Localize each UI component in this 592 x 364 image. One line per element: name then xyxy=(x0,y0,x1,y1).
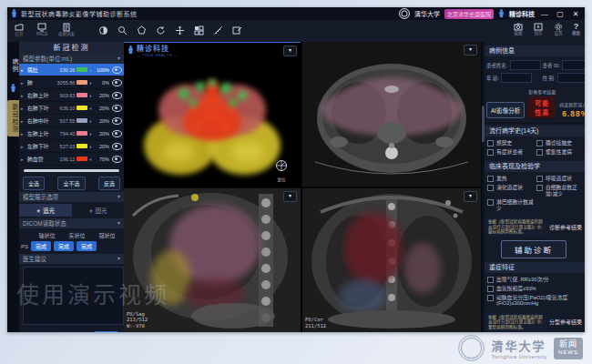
axial-status-chip[interactable]: 完成 xyxy=(31,241,51,251)
rotate-icon[interactable] xyxy=(156,25,166,35)
advice-textarea[interactable] xyxy=(23,267,124,325)
minimize-button[interactable]: — xyxy=(539,10,550,18)
color-swatch[interactable] xyxy=(77,80,87,85)
viewport-sagittal[interactable]: ▾ P8/Sag 213/512 W:- xyxy=(124,188,301,332)
help-button[interactable]: ? 帮助 xyxy=(572,23,580,35)
tab-case[interactable]: 病例 xyxy=(7,55,19,76)
model-row-rml[interactable]: ▸ 右肺中叶 507.55 ◐ 20% xyxy=(19,115,124,127)
user-icon[interactable] xyxy=(7,80,19,96)
color-swatch[interactable] xyxy=(77,106,87,110)
expand-icon[interactable]: ▸ xyxy=(21,67,26,73)
viewport-menu-button[interactable]: ▾ xyxy=(464,45,477,56)
patient-name-field[interactable] xyxy=(510,60,541,70)
model-row-lll[interactable]: ▸ 左肺下叶 527.03 ◐ 20% xyxy=(19,140,124,153)
coronal-status-chip[interactable]: 完成 xyxy=(77,241,97,251)
pan-icon[interactable] xyxy=(137,25,147,35)
opacity-slider[interactable] xyxy=(24,169,119,172)
clinical-item[interactable]: 消化道症状 xyxy=(487,185,535,197)
patient-sex-field[interactable] xyxy=(557,73,585,83)
eye-icon[interactable] xyxy=(112,117,122,125)
eye-icon[interactable] xyxy=(112,105,122,112)
sagittal-status-chip[interactable]: 完成 xyxy=(54,241,74,251)
eye-icon[interactable] xyxy=(112,130,122,137)
measure-icon[interactable] xyxy=(213,25,223,35)
severe-item[interactable]: 血氧饱和度≤93% xyxy=(487,286,584,292)
lesion-ratio-value: 6.88% xyxy=(559,109,585,118)
assist-diagnosis-button[interactable]: 辅助诊断 xyxy=(501,240,566,258)
eye-icon[interactable] xyxy=(112,79,122,86)
epi-item[interactable]: 确诊接触史 xyxy=(536,140,584,147)
save-button[interactable]: 保存 xyxy=(534,23,543,35)
light-follow-tab[interactable]: ☀追光 xyxy=(19,204,72,217)
invert-select-button[interactable]: 反选 xyxy=(98,177,120,190)
expand-icon[interactable]: ▸ xyxy=(21,106,26,111)
display-options-section[interactable]: 模型展示选项▾ xyxy=(19,192,124,202)
light-fixed-tab[interactable]: ☀固光 xyxy=(72,204,125,217)
diagnosis-note: 依据《新型冠状病毒感染的肺炎诊疗方案(试行第五版)》中, 疑似病例判断标准。 xyxy=(486,217,546,237)
expand-icon[interactable]: ▸ xyxy=(21,144,26,149)
zoom-icon[interactable] xyxy=(117,25,128,35)
checkbox xyxy=(487,140,494,147)
select-all-button[interactable]: 全选 xyxy=(23,177,45,190)
viewport-menu-button[interactable]: ▾ xyxy=(283,191,297,202)
viewport-coronal[interactable]: ▾ P8/Cor 211/512 xyxy=(302,188,481,332)
viewport-menu-button[interactable]: ▾ xyxy=(283,46,297,56)
eye-icon[interactable] xyxy=(112,143,122,150)
layout-icon[interactable] xyxy=(194,25,204,35)
expand-icon[interactable]: ▸ xyxy=(21,118,26,124)
expand-icon[interactable]: ▸ xyxy=(21,131,26,136)
contrast-icon[interactable] xyxy=(98,25,108,35)
tab-covid-detect[interactable]: 新冠检测 xyxy=(7,100,19,136)
eye-icon[interactable] xyxy=(112,66,122,74)
color-swatch[interactable] xyxy=(77,144,87,148)
clinical-item[interactable]: 白细胞总数正常/减少 xyxy=(536,185,584,197)
close-button[interactable]: ✕ xyxy=(570,10,581,18)
severe-item[interactable]: 动脉血氧分压(PaO2)/吸氧浓度(FiO2)≤300mmHg xyxy=(487,295,584,307)
ai-analysis-button[interactable]: AI影像分析 xyxy=(486,102,525,118)
clinical-item[interactable]: 呼吸道症状 xyxy=(536,176,584,182)
maximize-button[interactable]: ▢ xyxy=(555,10,566,18)
pacs-button[interactable]: PACS xyxy=(36,23,47,36)
open-button[interactable]: 打开 xyxy=(15,23,24,36)
dicom-status-section[interactable]: DICOM读取状态▾ xyxy=(19,218,124,228)
doctor-advice-section[interactable]: 医生建议▾ xyxy=(19,254,124,264)
clinical-item[interactable]: 发热 xyxy=(487,176,535,182)
eye-icon[interactable] xyxy=(112,156,122,163)
title-bar: 新型冠状病毒肺炎影像学辅助诊断系统 清华大学 北京清华长庚医院 精诊科技 — ▢… xyxy=(7,7,585,20)
epi-item[interactable]: 有症状患者 xyxy=(487,149,535,156)
case-list-button[interactable]: 病例列表 xyxy=(58,23,75,36)
color-swatch[interactable] xyxy=(77,118,87,123)
panel-scrollbar[interactable] xyxy=(482,42,485,332)
eye-icon[interactable] xyxy=(112,92,122,99)
color-swatch[interactable] xyxy=(77,157,87,161)
viewport-3d[interactable]: 精诊科技— TRUE HEALTH — ▾ xyxy=(124,42,301,187)
color-swatch[interactable] xyxy=(77,131,87,136)
viewport-axial[interactable]: ▾ xyxy=(302,42,481,187)
model-row-rul[interactable]: ▸ 右肺上叶 903.63 ◐ 20% xyxy=(19,89,124,102)
expand-icon[interactable]: ▸ xyxy=(21,157,26,162)
viewport-menu-button[interactable]: ▾ xyxy=(464,191,477,202)
color-swatch[interactable] xyxy=(77,93,87,97)
annotate-icon[interactable] xyxy=(232,25,242,35)
screenshot-button[interactable]: 截图 xyxy=(514,23,523,35)
expand-icon[interactable]: ▸ xyxy=(21,93,26,98)
model-row-lul[interactable]: ▸ 左肺上叶 794.40 ◐ 20% xyxy=(19,127,124,140)
move-icon[interactable] xyxy=(175,25,185,35)
coronal-ct-image xyxy=(302,188,481,332)
epi-item[interactable]: 旅居史 xyxy=(487,140,535,147)
patient-id-field[interactable] xyxy=(562,60,585,70)
model-params-section[interactable]: 模型参数(单位:mL)▾ xyxy=(19,54,124,64)
color-swatch[interactable] xyxy=(77,67,87,72)
severe-item[interactable]: 出现气促, RR≥30次/分 xyxy=(487,277,584,283)
model-row-lung[interactable]: ▸ 肺 3055.86 ◐ 0% xyxy=(19,76,124,89)
model-row-rll[interactable]: ▸ 右肺下叶 636.10 ◐ 20% xyxy=(19,102,124,115)
model-row-lesion[interactable]: ▸ 病灶 230.26 ◐ 100% xyxy=(19,64,124,76)
expand-icon[interactable]: ▸ xyxy=(21,80,26,86)
clinical-item[interactable]: 淋巴细胞计数减少 xyxy=(487,199,535,211)
epi-item[interactable]: 聚集性发病 xyxy=(536,149,584,156)
settings-button[interactable]: 设置 xyxy=(554,23,563,35)
patient-age-field[interactable] xyxy=(501,73,532,83)
reset-view-control[interactable]: 复位 xyxy=(275,159,288,182)
select-none-button[interactable]: 全不选 xyxy=(57,177,85,190)
model-row-vessels[interactable]: ▸ 肺血管 196.12 ◐ 70% xyxy=(19,153,124,166)
